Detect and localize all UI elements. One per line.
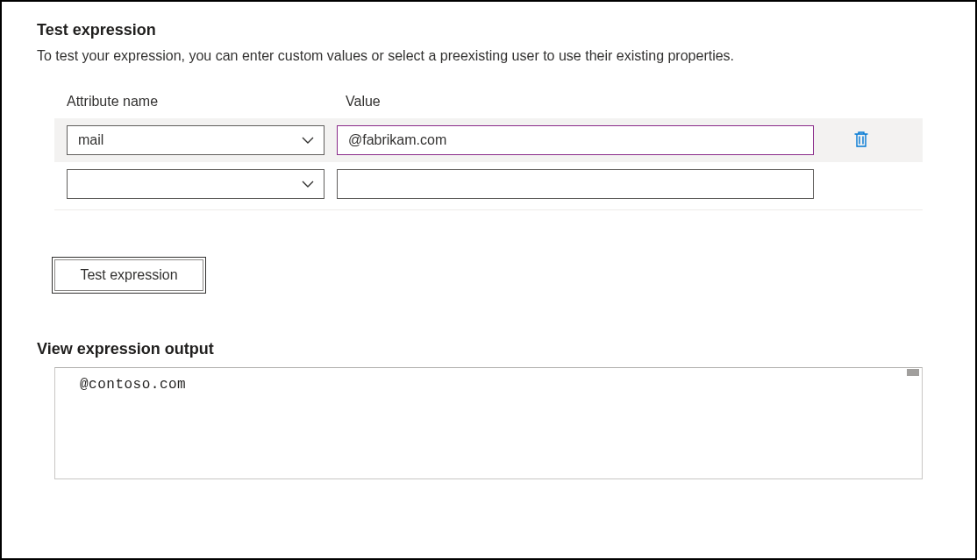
dropdown-value: mail <box>78 132 103 148</box>
attribute-value-input[interactable] <box>337 169 814 199</box>
chevron-down-icon <box>301 133 315 147</box>
row-actions <box>826 128 879 152</box>
attribute-value-input[interactable] <box>337 125 814 155</box>
attribute-row: mail <box>54 118 923 162</box>
trash-icon <box>853 131 869 151</box>
attribute-name-dropdown[interactable] <box>67 169 324 199</box>
column-header-value: Value <box>346 94 940 110</box>
test-expression-button[interactable]: Test expression <box>54 259 203 291</box>
attribute-row <box>54 162 923 206</box>
column-headers: Attribute name Value <box>37 94 940 110</box>
delete-row-button[interactable] <box>849 128 874 152</box>
section-description: To test your expression, you can enter c… <box>37 46 940 66</box>
test-expression-panel: Test expression To test your expression,… <box>0 0 977 560</box>
column-header-attribute: Attribute name <box>67 94 346 110</box>
output-value: @contoso.com <box>80 377 186 393</box>
attribute-name-dropdown[interactable]: mail <box>67 125 324 155</box>
expression-output[interactable]: @contoso.com <box>54 367 923 479</box>
attribute-rows: mail <box>54 118 923 210</box>
chevron-down-icon <box>301 177 315 191</box>
section-title: Test expression <box>37 21 940 39</box>
rows-divider <box>54 209 923 210</box>
output-title: View expression output <box>37 340 940 358</box>
